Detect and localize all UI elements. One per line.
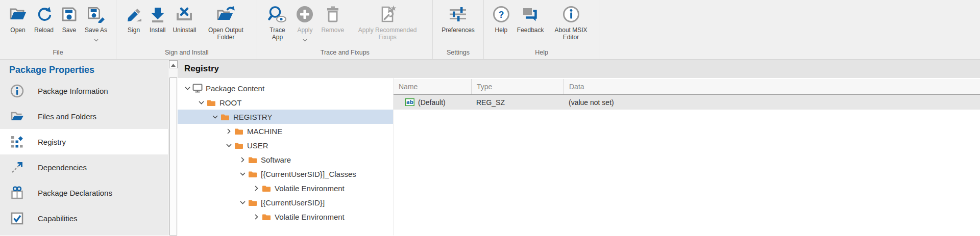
tree-item-machine[interactable]: MACHINE	[178, 124, 393, 138]
chevron-down-icon[interactable]	[303, 35, 307, 38]
about-icon	[562, 4, 580, 25]
preferences-icon	[449, 4, 467, 25]
ribbon-button-reload[interactable]: Reload	[31, 3, 57, 35]
ribbon-button-feedback[interactable]: Feedback	[513, 3, 548, 35]
ribbon-group-label: Sign and Install	[118, 48, 255, 59]
sidebar: Package Properties Package InformationFi…	[0, 60, 168, 235]
sidebar-item-label: Capabilities	[38, 214, 78, 223]
ribbon-button-save[interactable]: Save	[57, 3, 81, 35]
folder-icon	[261, 185, 272, 192]
tree-item-registry[interactable]: REGISTRY	[178, 110, 393, 124]
ribbon-button-install[interactable]: Install	[146, 3, 169, 35]
ribbon-button-label: Open	[10, 27, 25, 34]
ribbon-group-help: ?HelpFeedbackAbout MSIX EditorHelp	[484, 0, 600, 59]
ribbon-button-about-msix-editor[interactable]: About MSIX Editor	[548, 3, 595, 42]
tree-item-package-content[interactable]: Package Content	[178, 81, 393, 95]
help-icon: ?	[493, 4, 510, 25]
ribbon-button-label: Help	[495, 27, 508, 34]
ribbon-button-label: Preferences	[442, 27, 475, 34]
ribbon-button-save-as[interactable]: Save As	[81, 3, 111, 39]
chevron-down-icon[interactable]	[197, 101, 206, 104]
chevron-down-icon[interactable]	[238, 201, 247, 204]
ribbon-button-label: Apply	[297, 27, 312, 34]
sidebar-scrollbar[interactable]	[168, 60, 178, 235]
svg-text:ab: ab	[406, 99, 413, 105]
tree-item-software[interactable]: Software	[178, 152, 393, 167]
chevron-down-icon[interactable]	[94, 35, 99, 38]
apply-plus-icon	[296, 4, 314, 25]
folder-icon	[261, 213, 272, 221]
registry-values-table: NameTypeData ab(Default)REG_SZ(value not…	[393, 78, 980, 235]
column-header-data[interactable]: Data	[564, 79, 980, 94]
ribbon-group-settings: PreferencesSettings	[433, 0, 484, 59]
sidebar-title: Package Properties	[0, 60, 168, 78]
chevron-right-icon[interactable]	[238, 157, 247, 163]
value-type-cell: REG_SZ	[471, 98, 564, 107]
save-as-icon	[87, 4, 105, 25]
registry-grid-icon	[9, 136, 24, 148]
chevron-right-icon[interactable]	[252, 214, 261, 220]
chevron-right-icon[interactable]	[224, 128, 233, 134]
column-header-name[interactable]: Name	[394, 79, 471, 94]
tree-item-label: Software	[261, 155, 291, 164]
chevron-down-icon[interactable]	[224, 144, 233, 147]
chevron-right-icon[interactable]	[252, 186, 261, 191]
chevron-down-icon[interactable]	[238, 172, 247, 176]
value-name: (Default)	[418, 98, 446, 107]
ribbon-button-label: Trace App	[266, 27, 288, 41]
column-header-type[interactable]: Type	[471, 79, 564, 94]
tree-item-currentusersid[interactable]: [{CurrentUserSID}]	[178, 195, 393, 209]
table-row[interactable]: ab(Default)REG_SZ(value not set)	[394, 95, 980, 110]
ribbon-group-trace-and-fixups: Trace AppApplyRemoveApply Recommended Fi…	[257, 0, 433, 59]
tree-item-currentusersid-classes[interactable]: [{CurrentUserSID}]_Classes	[178, 167, 393, 181]
tree-item-label: MACHINE	[247, 127, 282, 136]
ribbon-button-label: Apply Recommended Fixups	[351, 27, 424, 41]
chevron-down-icon[interactable]	[210, 115, 219, 119]
folder-icon	[233, 142, 244, 149]
ribbon-button-uninstall[interactable]: Uninstall	[169, 3, 200, 35]
ribbon-group-file: OpenReloadSaveSave AsFile	[0, 0, 116, 59]
scroll-up-button[interactable]	[169, 60, 178, 68]
ribbon-button-help[interactable]: ?Help	[489, 3, 513, 35]
uninstall-icon	[176, 4, 193, 25]
tree-item-volatile-environment[interactable]: Volatile Environment	[178, 181, 393, 195]
ribbon-group-label: Help	[486, 48, 598, 59]
page-title: Registry	[178, 60, 980, 78]
ribbon-button-preferences[interactable]: Preferences	[438, 3, 478, 35]
ribbon-button-open-output-folder[interactable]: Open Output Folder	[200, 3, 252, 42]
sidebar-item-package-information[interactable]: Package Information	[0, 78, 168, 103]
ribbon-button-label: About MSIX Editor	[551, 27, 591, 41]
tree-item-label: Volatile Environment	[275, 184, 345, 193]
folder-icon	[247, 170, 258, 178]
ribbon-button-label: Save As	[85, 27, 107, 34]
ribbon-button-trace-app[interactable]: Trace App	[262, 3, 292, 42]
install-icon	[150, 4, 165, 25]
ribbon-button-apply[interactable]: Apply	[292, 3, 317, 39]
tree-item-user[interactable]: USER	[178, 138, 393, 152]
ribbon-button-remove[interactable]: Remove	[317, 3, 348, 35]
main-panel: Registry Package ContentROOTREGISTRYMACH…	[178, 60, 980, 235]
capabilities-checkbox-icon	[9, 212, 24, 225]
sidebar-item-label: Files and Folders	[38, 112, 96, 121]
scrollbar-thumb[interactable]	[169, 77, 177, 235]
ribbon-group-label: Trace and Fixups	[259, 48, 430, 59]
tree-item-volatile-environment[interactable]: Volatile Environment	[178, 209, 393, 224]
ribbon-button-label: Feedback	[517, 27, 544, 34]
tree-item-label: USER	[247, 141, 268, 150]
sidebar-item-files-and-folders[interactable]: Files and Folders	[0, 103, 168, 129]
ribbon-button-sign[interactable]: Sign	[121, 3, 146, 35]
folder-icon	[247, 199, 258, 206]
tree-item-label: Package Content	[206, 84, 264, 93]
tree-item-root[interactable]: ROOT	[178, 95, 393, 110]
ribbon-button-apply-recommended-fixups[interactable]: Apply Recommended Fixups	[348, 3, 427, 42]
sidebar-item-registry[interactable]: Registry	[0, 129, 168, 154]
folder-icon	[219, 113, 231, 121]
registry-tree: Package ContentROOTREGISTRYMACHINEUSERSo…	[178, 78, 393, 235]
sidebar-item-dependencies[interactable]: Dependencies	[0, 154, 168, 180]
ribbon-group-sign-and-install: SignInstallUninstallOpen Output FolderSi…	[116, 0, 257, 59]
sidebar-item-package-declarations[interactable]: Package Declarations	[0, 180, 168, 205]
ribbon-button-open[interactable]: Open	[5, 3, 31, 35]
chevron-down-icon[interactable]	[183, 87, 192, 90]
sidebar-item-capabilities[interactable]: Capabilities	[0, 205, 168, 231]
ribbon-button-label: Reload	[34, 27, 54, 34]
